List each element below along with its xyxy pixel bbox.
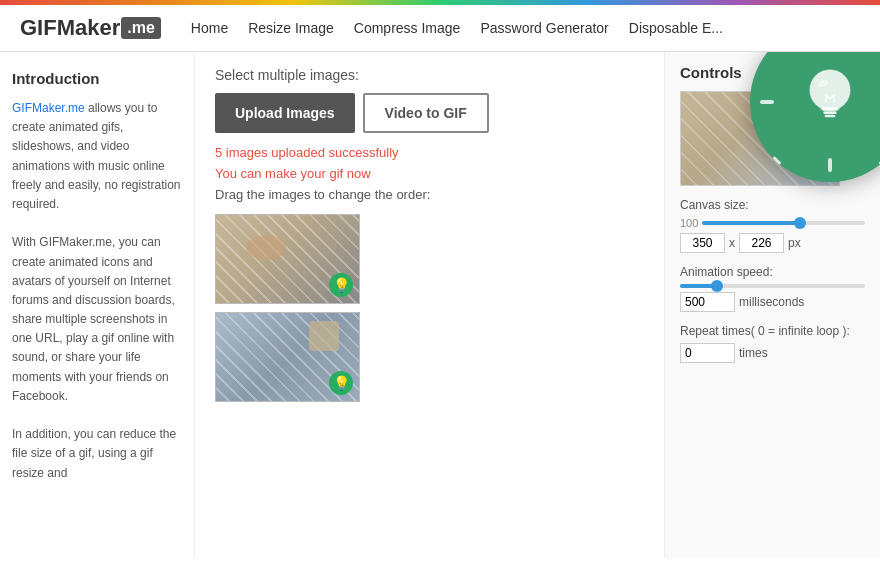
upload-images-button[interactable]: Upload Images: [215, 93, 355, 133]
svg-rect-3: [823, 111, 836, 114]
image-thumb-2[interactable]: 💡: [215, 312, 360, 402]
nav-resize-image[interactable]: Resize Image: [248, 20, 334, 36]
logo-gif: GIF: [20, 15, 57, 41]
nav-home[interactable]: Home: [191, 20, 228, 36]
logo-maker: Maker: [57, 15, 121, 41]
button-group: Upload Images Video to GIF: [215, 93, 644, 133]
canvas-width-input[interactable]: [680, 233, 725, 253]
main-layout: Introduction GIFMaker.me allows you to c…: [0, 52, 880, 558]
canvas-min-label: 100: [680, 217, 698, 229]
repeat-times-label: Repeat times( 0 = infinite loop ):: [680, 324, 865, 338]
gif-now-message: You can make your gif now: [215, 166, 644, 181]
speed-slider-track[interactable]: [680, 284, 865, 288]
canvas-slider-container: 100: [680, 217, 865, 229]
green-badge-1: 💡: [329, 273, 353, 297]
repeat-times-section: Repeat times( 0 = infinite loop ): times: [680, 324, 865, 363]
speed-slider-thumb[interactable]: [711, 280, 723, 292]
nav-disposable-email[interactable]: Disposable E...: [629, 20, 723, 36]
canvas-slider-track[interactable]: [702, 221, 865, 225]
svg-point-0: [810, 70, 850, 110]
dash-bottom: [828, 158, 832, 172]
logo-me: .me: [121, 17, 161, 39]
speed-input-row: milliseconds: [680, 292, 865, 312]
lightbulb-icon: [790, 62, 870, 142]
milliseconds-label: milliseconds: [739, 295, 804, 309]
sidebar-link-gifmaker[interactable]: GIFMaker.me: [12, 101, 85, 115]
canvas-slider-thumb[interactable]: [794, 217, 806, 229]
green-badge-2: 💡: [329, 371, 353, 395]
sidebar-para-2: With GIFMaker.me, you can create animate…: [12, 233, 182, 406]
canvas-size-section: Canvas size: 100 x px: [680, 198, 865, 253]
size-x-separator: x: [729, 236, 735, 250]
nav-compress-image[interactable]: Compress Image: [354, 20, 461, 36]
nav-password-generator[interactable]: Password Generator: [480, 20, 608, 36]
size-px-label: px: [788, 236, 801, 250]
image-thumb-1[interactable]: 💡: [215, 214, 360, 304]
svg-rect-4: [825, 115, 836, 118]
drag-message: Drag the images to change the order:: [215, 187, 644, 202]
header: GIF Maker .me Home Resize Image Compress…: [0, 5, 880, 52]
sidebar-para-3: In addition, you can reduce the file siz…: [12, 425, 182, 483]
canvas-slider-fill: [702, 221, 800, 225]
sidebar: Introduction GIFMaker.me allows you to c…: [0, 52, 195, 558]
repeat-input-row: times: [680, 343, 865, 363]
select-label: Select multiple images:: [215, 67, 644, 83]
canvas-input-row: x px: [680, 233, 865, 253]
speed-slider-container: [680, 284, 865, 288]
times-label: times: [739, 346, 768, 360]
logo[interactable]: GIF Maker .me: [20, 15, 161, 41]
video-to-gif-button[interactable]: Video to GIF: [363, 93, 489, 133]
watch-element: [309, 321, 339, 351]
face-element: [246, 235, 286, 260]
speed-value-input[interactable]: [680, 292, 735, 312]
animation-speed-label: Animation speed:: [680, 265, 865, 279]
canvas-size-label: Canvas size:: [680, 198, 865, 212]
canvas-height-input[interactable]: [739, 233, 784, 253]
repeat-value-input[interactable]: [680, 343, 735, 363]
main-content: Select multiple images: Upload Images Vi…: [195, 52, 665, 558]
main-nav: Home Resize Image Compress Image Passwor…: [191, 20, 723, 36]
success-message: 5 images uploaded successfully: [215, 145, 644, 160]
sidebar-title: Introduction: [12, 67, 182, 91]
dash-left: [760, 100, 774, 104]
animation-speed-section: Animation speed: milliseconds: [680, 265, 865, 312]
controls-panel: Controls 🔧 Canvas size: 100 x px: [665, 52, 880, 558]
image-list: 💡 💡: [215, 214, 644, 402]
sidebar-para-1: GIFMaker.me allows you to create animate…: [12, 99, 182, 214]
